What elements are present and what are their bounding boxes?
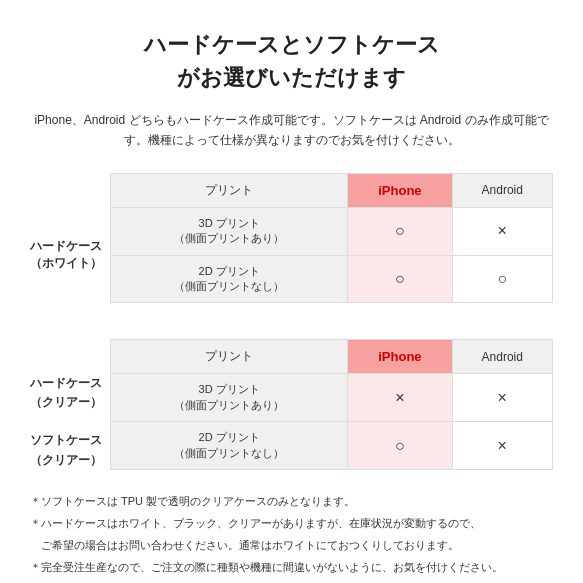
table1-android-0: × [452, 207, 552, 255]
note-2: ご希望の場合はお問い合わせください。通常はホワイトにておつくりしております。 [30, 536, 553, 556]
table2-section: プリント iPhone Android ハードケース（クリアー）ソフトケース（ク… [30, 339, 553, 470]
col-header-iphone-1: iPhone [348, 173, 452, 207]
table2-row-header: ハードケース（クリアー）ソフトケース（クリアー） [30, 374, 111, 470]
page-title: ハードケースとソフトケース がお選びいただけます [30, 28, 553, 94]
notes-section: ＊ソフトケースは TPU 製で透明のクリアケースのみとなります。＊ハードケースは… [30, 492, 553, 577]
main-container: ハードケースとソフトケース がお選びいただけます iPhone、Android … [0, 0, 583, 583]
table2-label-0: 3D プリント（側面プリントあり） [111, 374, 348, 422]
table1: プリント iPhone Android ハードケース（ホワイト）3D プリント（… [30, 173, 553, 304]
table1-android-1: ○ [452, 255, 552, 303]
table1-section: プリント iPhone Android ハードケース（ホワイト）3D プリント（… [30, 173, 553, 304]
subtitle-text: iPhone、Android どちらもハードケース作成可能です。ソフトケースは … [30, 110, 553, 151]
col-header-android-1: Android [452, 173, 552, 207]
table1-iphone-0: ○ [348, 207, 452, 255]
table1-row-header: ハードケース（ホワイト） [30, 207, 111, 303]
table1-label-1: 2D プリント（側面プリントなし） [111, 255, 348, 303]
note-0: ＊ソフトケースは TPU 製で透明のクリアケースのみとなります。 [30, 492, 553, 512]
col-header-android-2: Android [452, 340, 552, 374]
table1-iphone-1: ○ [348, 255, 452, 303]
table2-label-1: 2D プリント（側面プリントなし） [111, 422, 348, 470]
note-1: ＊ハードケースはホワイト、ブラック、クリアーがありますが、在庫状況が変動するので… [30, 514, 553, 534]
table2-android-1: × [452, 422, 552, 470]
table1-label-0: 3D プリント（側面プリントあり） [111, 207, 348, 255]
col-header-print-2: プリント [111, 340, 348, 374]
table2-iphone-1: ○ [348, 422, 452, 470]
note-3: ＊完全受注生産なので、ご注文の際に種類や機種に間違いがないように、お気を付けくだ… [30, 558, 553, 578]
col-header-iphone-2: iPhone [348, 340, 452, 374]
col-header-print: プリント [111, 173, 348, 207]
table2-android-0: × [452, 374, 552, 422]
table2-iphone-0: × [348, 374, 452, 422]
table2: プリント iPhone Android ハードケース（クリアー）ソフトケース（ク… [30, 339, 553, 470]
